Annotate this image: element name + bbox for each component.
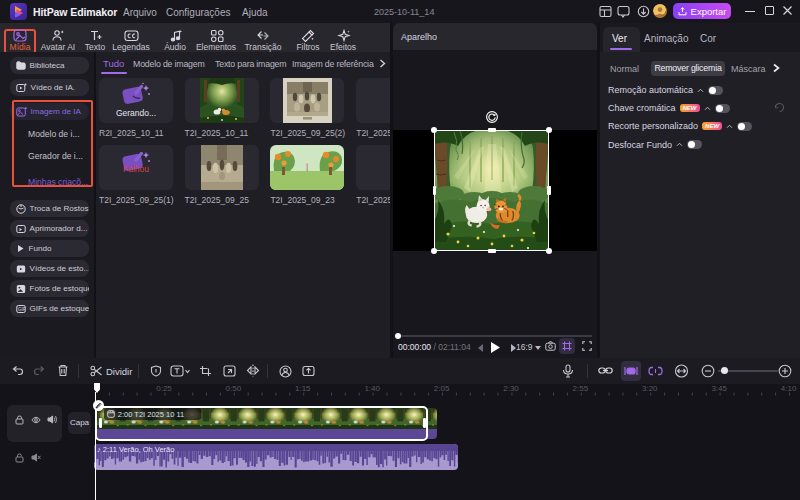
svg-text:GIF: GIF — [18, 307, 26, 312]
